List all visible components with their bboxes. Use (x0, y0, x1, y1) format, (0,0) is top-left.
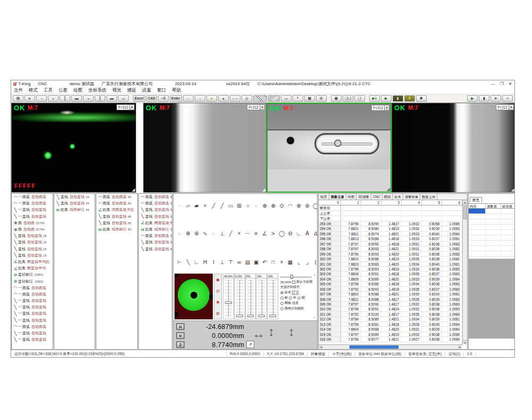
element-row[interactable] (469, 251, 515, 257)
table-row[interactable]: 315 OK7.87978.50891.48191.09330.80381.09… (319, 332, 467, 337)
toolbar-button[interactable]: ❏ (354, 95, 365, 102)
measure-tool-icon[interactable]: ◠ (286, 202, 294, 210)
measure-tool-icon[interactable]: ↶ (261, 259, 269, 266)
list-item[interactable]: ◠圆弧自动圆弧55 (139, 194, 172, 200)
measure-tool-icon[interactable]: A (303, 230, 311, 237)
table-horizontal-scrollbar[interactable]: ◄ ► (319, 344, 462, 349)
measure-tool-icon[interactable]: ⊙ (278, 202, 286, 210)
scroll-up-arrow[interactable]: ▲ (463, 200, 467, 204)
camera-magnification-dropdown[interactable]: F=212▾ (117, 104, 135, 110)
toolbar-button[interactable]: ⌐B (158, 95, 169, 102)
measure-tool-icon[interactable]: ∞ (235, 259, 243, 266)
table-row[interactable]: 294 OK7.88018.50801.48191.09300.80391.09… (319, 226, 467, 231)
measure-tool-icon[interactable]: ⊖ (286, 230, 294, 237)
measure-tool-icon[interactable]: Ι (210, 259, 218, 266)
light-channel-slider[interactable]: 40.0% (223, 274, 234, 319)
list-item[interactable]: ◠***圆弧自动圆弧 (12, 324, 53, 330)
table-row[interactable]: 296 OK7.88138.50861.48181.09330.80371.09… (319, 236, 467, 241)
menu-item-窗口[interactable]: 窗口 (157, 87, 166, 94)
list-item[interactable]: ╲直线自动直线55 (139, 246, 172, 252)
menu-item-设置[interactable]: 设置 (142, 87, 151, 94)
table-row[interactable]: 298 OK7.87978.50931.48211.09310.80381.09… (319, 246, 467, 251)
camera-magnification-dropdown[interactable]: F=212▾ (496, 104, 514, 110)
toolbar-button[interactable]: – – (230, 95, 240, 102)
list-item[interactable]: ∠距离两直线平均距 (12, 259, 53, 265)
measure-tool-icon[interactable]: ∠ (261, 230, 269, 237)
menu-item-公差[interactable]: 公差 (59, 87, 68, 94)
measure-tool-icon[interactable]: ○ (244, 202, 252, 210)
toolbar-button[interactable]: ▣ (331, 95, 342, 102)
toolbar-button[interactable]: * (293, 95, 303, 102)
table-row[interactable]: 313 OK7.87998.50811.48181.09280.80391.09… (319, 322, 467, 327)
measure-tool-icon[interactable]: ∟ (295, 230, 303, 237)
list-item[interactable]: ◠***圆弧自动圆弧 (12, 194, 53, 200)
list-item[interactable]: Η距离线性标注34 (54, 207, 95, 213)
measure-tool-icon[interactable]: ⊗ (269, 202, 277, 210)
measure-tool-icon[interactable]: ◌ (210, 230, 218, 237)
measure-tool-icon[interactable]: ▰ (193, 202, 201, 210)
slider-thumb[interactable] (258, 315, 265, 317)
list-item[interactable]: ╲***直线自动直线 (12, 310, 53, 317)
toolbar-button[interactable]: ◎ (242, 95, 252, 102)
measure-tool-icon[interactable]: × (201, 202, 209, 210)
measure-tool-icon[interactable]: ⌞ (295, 259, 303, 266)
resize-grip-icon[interactable]: ◢ (132, 187, 135, 192)
scroll-right-arrow[interactable]: ► (458, 345, 462, 349)
measure-tool-icon[interactable]: ≡ (252, 230, 260, 237)
toolbar-button[interactable]: ▸ (24, 95, 35, 102)
toolbar-button[interactable]: ◒ (48, 95, 59, 102)
table-row[interactable]: 293 OK7.87968.50901.48171.09320.80581.09… (319, 221, 467, 226)
default-mode-checkbox[interactable] (292, 281, 295, 284)
z-axis-button[interactable]: Z (176, 341, 185, 348)
list-item[interactable]: Η距离线性标注66 (96, 226, 137, 233)
mode-level-dropdown[interactable]: 1▾ (292, 291, 298, 295)
measure-tool-icon[interactable]: ╱ (227, 230, 235, 237)
toolbar-button[interactable]: ▮ (479, 95, 489, 102)
table-row[interactable]: 302 OK7.87998.50931.48151.09330.80381.09… (319, 267, 467, 271)
radio-中[interactable] (289, 297, 292, 300)
measure-tool-icon[interactable]: Η (201, 259, 209, 266)
toolbar-button[interactable]: ● (206, 95, 217, 102)
measure-tool-icon[interactable]: ╱ (210, 202, 218, 210)
measure-tool-icon[interactable]: ⊕ (295, 202, 303, 210)
measure-tool-icon[interactable]: ⊕ (184, 230, 192, 237)
list-item[interactable]: ╲直线自动直线66 (96, 220, 137, 226)
list-item[interactable]: ╲直线自动直线66 (96, 213, 137, 220)
list-item[interactable]: Η距离线性标注55 (139, 226, 172, 233)
toolbar-button[interactable]: ▶ (467, 95, 478, 102)
toolbar-button[interactable]: ▭ (281, 95, 292, 102)
toolbar-button[interactable]: ‖ (404, 95, 415, 102)
toolbar-button[interactable]: → (195, 95, 205, 102)
element-row[interactable] (469, 230, 515, 235)
measure-tool-icon[interactable]: ⊞ (235, 202, 243, 210)
measure-tool-icon[interactable]: · (176, 202, 184, 210)
table-row[interactable]: 310 OK7.87968.50911.48241.09320.80381.09… (319, 307, 467, 311)
menu-item-工具[interactable]: 工具 (44, 87, 53, 94)
list-item[interactable]: ╲***直线自动直线 (12, 298, 53, 304)
measure-tool-icon[interactable]: ⋯ (244, 230, 252, 237)
toolbar-button[interactable] (268, 95, 280, 102)
table-row[interactable]: 297 OK7.87978.50901.48181.09310.80381.09… (319, 242, 467, 246)
measure-tool-icon[interactable]: ⊛ (193, 230, 201, 237)
enter-button[interactable]: Enter (170, 95, 182, 102)
measure-tool-icon[interactable]: ⊥ (218, 259, 226, 266)
dropdown-arrow-icon[interactable]: ▾ (384, 105, 389, 110)
dropdown-arrow-icon[interactable]: ▾ (129, 105, 134, 110)
element-row[interactable] (469, 225, 515, 230)
menu-item-绘图[interactable]: 绘图 (73, 87, 82, 94)
list-item[interactable]: ╲直线自动直线34 (54, 194, 95, 200)
tab-测量元素[interactable]: 测量元素 (329, 194, 346, 200)
toolbar-button[interactable]: → (36, 95, 47, 102)
element-row[interactable] (469, 219, 515, 225)
toolbar-button[interactable]: ▭ (118, 95, 129, 102)
measure-tool-icon[interactable]: ⊛ (303, 202, 311, 210)
measure-tool-icon[interactable]: ⊥ (218, 230, 226, 237)
measure-tool-icon[interactable]: ▤ (244, 259, 252, 266)
dropdown-arrow-icon[interactable]: ▾ (509, 105, 513, 110)
toolbar-button[interactable]: ← (183, 95, 194, 102)
measure-tool-icon[interactable]: ⊤ (227, 259, 235, 266)
element-row[interactable] (469, 235, 515, 241)
light-channel-slider[interactable]: 0% (245, 274, 256, 319)
toolbar-button[interactable]: ║ (95, 95, 105, 102)
cad-button[interactable]: CAD (146, 95, 157, 102)
